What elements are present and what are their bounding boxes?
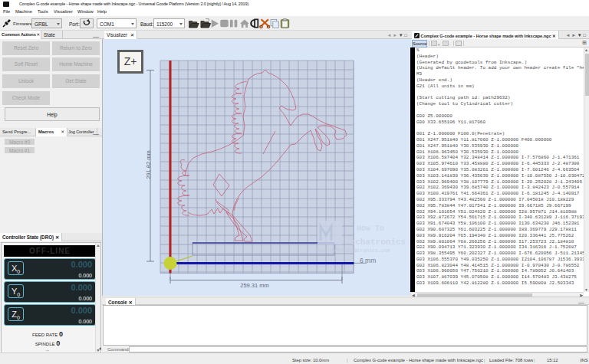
svg-text:www.HowToMechatronics.com: www.HowToMechatronics.com [315,248,390,254]
svg-text:6 mm: 6 mm [360,257,376,264]
svg-text:Mechatronics: Mechatronics [345,238,406,247]
svg-text:How To: How To [357,225,384,233]
svg-text:291.82 mm: 291.82 mm [145,150,152,179]
svg-text:259.31 mm: 259.31 mm [240,282,269,289]
